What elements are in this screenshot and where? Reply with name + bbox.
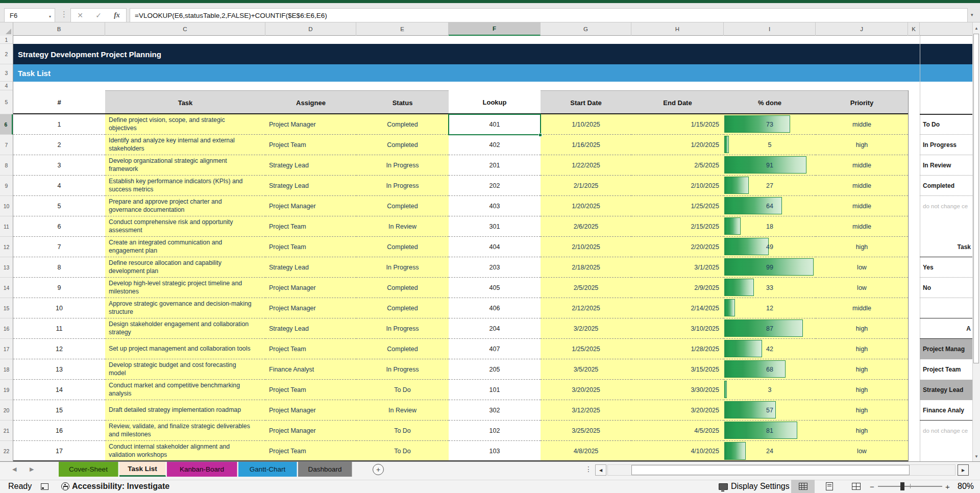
panel-item-completed[interactable]: Completed (920, 176, 972, 196)
column-header-B[interactable]: B (13, 22, 105, 36)
column-header-D[interactable]: D (265, 22, 356, 36)
cell-lookup[interactable]: 403 (449, 196, 541, 216)
cell-assignee[interactable]: Project Manager (265, 278, 356, 298)
cell-priority[interactable]: middle (816, 196, 908, 216)
cell-status[interactable]: In Progress (356, 257, 449, 278)
cell-priority[interactable]: middle (816, 176, 908, 196)
cell-task[interactable]: Set up project management and collaborat… (105, 339, 265, 359)
row-header-14[interactable]: 14 (0, 278, 13, 298)
project-title-banner[interactable]: Strategy Development Project Planning (13, 44, 972, 64)
cell-status[interactable]: To Do (356, 441, 449, 461)
cell-task-number[interactable]: 12 (13, 339, 105, 359)
table-header-start-date[interactable]: Start Date (541, 90, 631, 114)
cell-percent-done[interactable]: 5 (724, 135, 816, 155)
accessibility-status[interactable]: Accessibility: Investigate (61, 480, 169, 493)
cell-task[interactable]: Approve strategic governance and decisio… (105, 298, 265, 318)
formula-input[interactable]: =VLOOKUP(E6,statusTable,2,FALSE)+COUNTIF… (130, 8, 968, 22)
row-header-6[interactable]: 6 (0, 114, 13, 135)
cell-task[interactable]: Identify and analyze key internal and ex… (105, 135, 265, 155)
cell-lookup[interactable]: 103 (449, 441, 541, 461)
cell-end-date[interactable]: 3/10/2025 (631, 318, 724, 339)
fill-handle[interactable] (538, 133, 542, 137)
cell-priority[interactable]: high (816, 421, 908, 441)
cell-task-number[interactable]: 3 (13, 155, 105, 176)
cell-priority[interactable]: high (816, 237, 908, 257)
cell-assignee[interactable]: Project Manager (265, 421, 356, 441)
cell-end-date[interactable]: 2/10/2025 (631, 176, 724, 196)
cell-priority[interactable]: high (816, 359, 908, 380)
row-header-4[interactable]: 4 (0, 82, 13, 90)
cell-end-date[interactable]: 2/15/2025 (631, 216, 724, 237)
panel-item-no[interactable]: No (920, 278, 972, 298)
panel-item-project-manag[interactable]: Project Manag (920, 339, 972, 359)
row-header-5[interactable]: 5 (0, 90, 13, 114)
table-header--[interactable]: # (13, 90, 105, 114)
cell-task[interactable]: Review, validate, and finalize strategic… (105, 421, 265, 441)
cell-start-date[interactable]: 2/10/2025 (541, 237, 631, 257)
panel-item-strategy-lead[interactable]: Strategy Lead (920, 380, 972, 400)
cell-percent-done[interactable]: 3 (724, 380, 816, 400)
cell-percent-done[interactable]: 42 (724, 339, 816, 359)
cell-percent-done[interactable]: 73 (724, 114, 816, 135)
cell-assignee[interactable]: Strategy Lead (265, 155, 356, 176)
formula-bar-handle[interactable]: ⋮ (60, 10, 68, 19)
selected-cell-F6[interactable] (448, 114, 541, 135)
cell-lookup[interactable]: 302 (449, 400, 541, 421)
cell-task-number[interactable]: 1 (13, 114, 105, 135)
cell-assignee[interactable]: Project Manager (265, 400, 356, 421)
cell-task[interactable]: Develop organizational strategic alignme… (105, 155, 265, 176)
cell-percent-done[interactable]: 57 (724, 400, 816, 421)
cell-assignee[interactable]: Strategy Lead (265, 257, 356, 278)
row-header-8[interactable]: 8 (0, 155, 13, 176)
cell-task[interactable]: Prepare and approve project charter and … (105, 196, 265, 216)
panel-item-task[interactable]: Task (920, 237, 972, 257)
cell-task[interactable]: Define resource allocation and capabilit… (105, 257, 265, 278)
row-header-10[interactable]: 10 (0, 196, 13, 216)
table-header-lookup[interactable]: Lookup (449, 90, 541, 114)
table-header-task[interactable]: Task (105, 90, 265, 114)
cell-status[interactable]: In Progress (356, 359, 449, 380)
insert-function-icon[interactable]: fx (114, 11, 120, 19)
cell-start-date[interactable]: 1/25/2025 (541, 339, 631, 359)
cell-start-date[interactable]: 2/18/2025 (541, 257, 631, 278)
cell-start-date[interactable]: 2/5/2025 (541, 278, 631, 298)
cell-percent-done[interactable]: 12 (724, 298, 816, 318)
panel-item-to-do[interactable]: To Do (920, 114, 972, 135)
hscroll-right-icon[interactable]: ▶ (958, 464, 969, 476)
row-header-9[interactable]: 9 (0, 176, 13, 196)
cell-end-date[interactable]: 4/10/2025 (631, 441, 724, 461)
row-header-21[interactable]: 21 (0, 421, 13, 441)
cell-end-date[interactable]: 2/5/2025 (631, 155, 724, 176)
cell-end-date[interactable]: 4/5/2025 (631, 421, 724, 441)
cell-assignee[interactable]: Project Team (265, 339, 356, 359)
cell-assignee[interactable]: Project Manager (265, 196, 356, 216)
cell-status[interactable]: Completed (356, 298, 449, 318)
zoom-out-icon[interactable]: − (870, 480, 874, 493)
cell-priority[interactable]: middle (816, 216, 908, 237)
cell-task-number[interactable]: 11 (13, 318, 105, 339)
macro-record-icon[interactable] (41, 480, 48, 493)
cell-start-date[interactable]: 3/25/2025 (541, 421, 631, 441)
cell-status[interactable]: In Progress (356, 155, 449, 176)
panel-item-finance-analy[interactable]: Finance Analy (920, 400, 972, 421)
row-header-17[interactable]: 17 (0, 339, 13, 359)
cell-lookup[interactable]: 204 (449, 318, 541, 339)
panel-item-a[interactable]: A (920, 318, 972, 339)
cell-task[interactable]: Conduct market and competitive benchmark… (105, 380, 265, 400)
column-header-F[interactable]: F (449, 22, 541, 36)
panel-item-in-progress[interactable]: In Progress (920, 135, 972, 155)
cell-priority[interactable]: high (816, 380, 908, 400)
cell-task-number[interactable]: 7 (13, 237, 105, 257)
column-header-G[interactable]: G (541, 22, 631, 36)
cell-priority[interactable]: low (816, 257, 908, 278)
cell-lookup[interactable]: 202 (449, 176, 541, 196)
task-list-banner[interactable]: Task List (13, 64, 972, 82)
cell-percent-done[interactable]: 87 (724, 318, 816, 339)
cell-assignee[interactable]: Project Team (265, 441, 356, 461)
cell-task[interactable]: Draft detailed strategy implementation r… (105, 400, 265, 421)
row-header-3[interactable]: 3 (0, 64, 13, 82)
cell-end-date[interactable]: 3/15/2025 (631, 359, 724, 380)
table-header--done[interactable]: % done (724, 90, 816, 114)
row-header-16[interactable]: 16 (0, 318, 13, 339)
cell-assignee[interactable]: Project Team (265, 135, 356, 155)
